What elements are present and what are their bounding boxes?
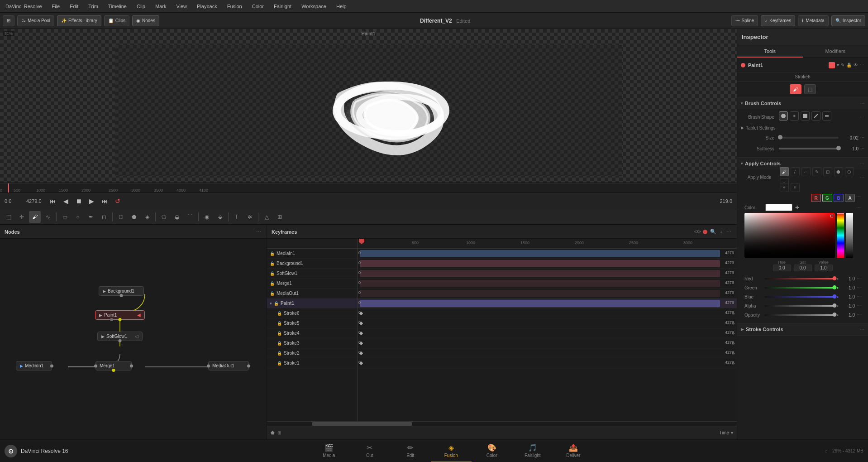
tool-spline-mask[interactable]: ◒ bbox=[171, 211, 183, 223]
menu-playback[interactable]: Playback bbox=[195, 3, 219, 10]
blue-slider[interactable] bbox=[764, 296, 835, 298]
kf-grid-icon[interactable]: ⊞ bbox=[277, 430, 281, 435]
spline-btn[interactable]: 〜 Spline bbox=[731, 15, 758, 26]
tool-tracker[interactable]: ◉ bbox=[201, 211, 213, 223]
hue-number[interactable]: 0.0 bbox=[773, 265, 791, 271]
opacity-thumb[interactable] bbox=[833, 313, 837, 317]
metadata-btn[interactable]: ℹ Metadata bbox=[798, 15, 829, 26]
nodes-btn[interactable]: ◉ Nodes bbox=[132, 15, 159, 26]
node-softglow1[interactable]: ▶ SoftGlow1 ◁ bbox=[97, 332, 143, 341]
menu-davinci[interactable]: DaVinci Resolve bbox=[4, 3, 44, 10]
softness-keyframe-btn[interactable]: ⋯ bbox=[860, 146, 864, 151]
tool-selector[interactable]: ⬚ bbox=[3, 211, 14, 223]
color-swatch[interactable] bbox=[765, 204, 792, 211]
blue-diamond[interactable]: ⋯ bbox=[857, 294, 861, 299]
tool-grids[interactable]: ⊞ bbox=[274, 211, 286, 223]
value-number[interactable]: 1.0 bbox=[815, 265, 833, 271]
clips-btn[interactable]: 📋 Clips bbox=[104, 15, 129, 26]
channel-b-btn[interactable]: B bbox=[834, 194, 844, 202]
tab-modifiers[interactable]: Modifiers bbox=[803, 45, 868, 58]
red-thumb[interactable] bbox=[833, 276, 837, 280]
menu-clip[interactable]: Clip bbox=[135, 3, 147, 10]
softglow1-out[interactable] bbox=[119, 339, 122, 342]
tool-particle[interactable]: ✲ bbox=[244, 211, 256, 223]
mediaout1-in[interactable] bbox=[207, 364, 210, 367]
channel-g-btn[interactable]: G bbox=[822, 194, 832, 202]
kf-horizontal-scrollbar[interactable] bbox=[267, 421, 737, 426]
kf-options[interactable]: ⋯ bbox=[725, 228, 732, 236]
apply-icon-paint[interactable]: 🖌 bbox=[780, 167, 789, 176]
tab-cut[interactable]: ✂ Cut bbox=[349, 440, 390, 462]
tool-transform[interactable]: ✛ bbox=[16, 211, 28, 223]
brush-shape-square[interactable] bbox=[801, 111, 810, 120]
tool-paint-stroke[interactable]: ✒ bbox=[85, 211, 97, 223]
apply-icon-clone[interactable]: ⬢ bbox=[834, 167, 843, 176]
kf-timeline[interactable]: 500 1000 1500 2000 2500 3000 3500 4000 bbox=[358, 239, 737, 421]
kf-track-mediaout1[interactable]: 🔒 MediaOut1 bbox=[267, 289, 357, 298]
node-header-pencil[interactable]: ✎ bbox=[841, 63, 844, 67]
value-bar[interactable] bbox=[846, 213, 853, 258]
brush-shape-custom2[interactable] bbox=[822, 111, 831, 120]
tool-blur[interactable]: ⬟ bbox=[128, 211, 140, 223]
tablet-settings-row[interactable]: ▶ Tablet Settings bbox=[741, 123, 864, 133]
red-diamond[interactable]: ⋯ bbox=[857, 276, 861, 281]
kf-track-background1[interactable]: 🔒 Background1 bbox=[267, 259, 357, 269]
kf-track-stroke4[interactable]: 🔒 Stroke4 bbox=[267, 328, 357, 338]
go-to-end-btn[interactable]: ⏭ bbox=[100, 197, 110, 206]
kf-track-stroke1[interactable]: 🔒 Stroke1 bbox=[267, 358, 357, 368]
zoom-level[interactable]: 81% bbox=[3, 31, 14, 36]
kf-expand-icon[interactable]: ⬟ bbox=[271, 430, 275, 435]
stroke-brush-btn[interactable]: 🖌 bbox=[790, 84, 801, 94]
menu-mark[interactable]: Mark bbox=[153, 3, 168, 10]
kf-code-icon[interactable]: </> bbox=[694, 229, 701, 234]
color-gradient[interactable] bbox=[744, 213, 835, 258]
opacity-slider[interactable] bbox=[764, 314, 835, 316]
merge1-out[interactable] bbox=[130, 364, 133, 367]
tool-3d[interactable]: △ bbox=[261, 211, 272, 223]
alpha-diamond[interactable]: ⋯ bbox=[857, 303, 861, 308]
kf-track-mediain1[interactable]: 🔒 MediaIn1 bbox=[267, 249, 357, 259]
home-icon[interactable]: ⌂ bbox=[825, 448, 828, 453]
nodes-options-btn[interactable]: ⋯ bbox=[255, 228, 262, 236]
apply-icon-extra1[interactable]: ⌖ bbox=[780, 183, 789, 192]
menu-help[interactable]: Help bbox=[334, 3, 348, 10]
node-mediaout1[interactable]: MediaOut1 bbox=[208, 361, 249, 371]
timeline-ruler[interactable]: 0 500 1000 1500 2000 2500 3000 3500 4000… bbox=[0, 183, 737, 193]
kf-track-stroke3[interactable]: 🔒 Stroke3 bbox=[267, 338, 357, 348]
media-pool-btn[interactable]: 🗂 Media Pool bbox=[17, 15, 54, 26]
brush-shape-custom1[interactable] bbox=[811, 111, 820, 120]
green-thumb[interactable] bbox=[833, 285, 837, 289]
apply-icon-wire[interactable]: ⬡ bbox=[845, 167, 854, 176]
brush-shape-soft[interactable] bbox=[790, 111, 799, 120]
tab-media[interactable]: 🎬 Media bbox=[309, 440, 349, 462]
alpha-thumb[interactable] bbox=[833, 303, 837, 308]
kf-zoom-out[interactable]: 🔍 bbox=[709, 228, 717, 236]
tool-planar[interactable]: ⬙ bbox=[214, 211, 226, 223]
stroke-image-btn[interactable]: ⬚ bbox=[804, 84, 816, 94]
tab-deliver[interactable]: 📤 Deliver bbox=[553, 440, 594, 462]
channel-a-btn[interactable]: A bbox=[845, 194, 855, 202]
node-header-more[interactable]: ⋯ bbox=[860, 63, 864, 67]
kf-time-dropdown-icon[interactable]: ▾ bbox=[731, 430, 733, 435]
tool-text[interactable]: T bbox=[231, 211, 243, 223]
kf-track-softglow1[interactable]: 🔒 SoftGlow1 bbox=[267, 269, 357, 279]
expand-icon-paint1[interactable]: ▾ bbox=[270, 301, 272, 306]
tool-polygon[interactable]: ⬠ bbox=[158, 211, 170, 223]
go-to-start-btn[interactable]: ⏮ bbox=[48, 197, 58, 206]
inspector-btn[interactable]: 🔍 Inspector bbox=[831, 15, 865, 26]
node-merge1[interactable]: Merge1 bbox=[95, 361, 132, 371]
green-slider[interactable] bbox=[764, 287, 835, 289]
node-background1[interactable]: ▶ Background1 bbox=[99, 286, 144, 296]
channel-r-btn[interactable]: R bbox=[811, 194, 821, 202]
merge1-bottom[interactable] bbox=[112, 369, 115, 372]
eyedropper-icon[interactable]: ✚ bbox=[795, 205, 799, 211]
sat-number[interactable]: 0.0 bbox=[794, 265, 812, 271]
menu-timeline[interactable]: Timeline bbox=[106, 3, 129, 10]
node-header-lock[interactable]: 🔒 bbox=[846, 63, 852, 67]
node-header-hide[interactable]: 👁 bbox=[854, 63, 858, 67]
menu-trim[interactable]: Trim bbox=[86, 3, 100, 10]
apply-icon-lasso[interactable]: ⌐ bbox=[801, 167, 811, 176]
menu-workspace[interactable]: Workspace bbox=[300, 3, 328, 10]
menu-edit[interactable]: Edit bbox=[68, 3, 80, 10]
brush-shape-circle[interactable] bbox=[779, 111, 788, 120]
